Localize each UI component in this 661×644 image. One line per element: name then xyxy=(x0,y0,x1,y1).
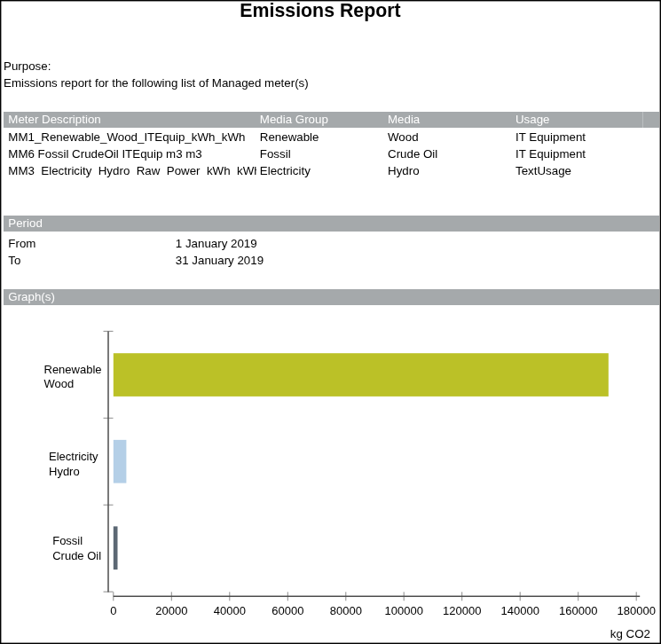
svg-text:Fossil: Fossil xyxy=(52,534,83,547)
svg-text:Electricity: Electricity xyxy=(49,450,98,463)
svg-text:Wood: Wood xyxy=(44,377,75,390)
svg-text:100000: 100000 xyxy=(385,604,423,617)
svg-text:60000: 60000 xyxy=(271,604,303,617)
svg-text:Renewable: Renewable xyxy=(44,363,102,376)
svg-text:120000: 120000 xyxy=(443,604,481,617)
svg-text:80000: 80000 xyxy=(330,604,362,617)
svg-text:kg CO2: kg CO2 xyxy=(610,627,650,640)
svg-text:40000: 40000 xyxy=(214,604,246,617)
svg-text:20000: 20000 xyxy=(155,604,187,617)
svg-text:180000: 180000 xyxy=(618,604,656,617)
svg-text:0: 0 xyxy=(110,604,116,617)
svg-text:Hydro: Hydro xyxy=(49,465,80,478)
svg-text:Crude Oil: Crude Oil xyxy=(52,549,101,562)
svg-text:140000: 140000 xyxy=(501,604,539,617)
svg-text:160000: 160000 xyxy=(559,604,597,617)
